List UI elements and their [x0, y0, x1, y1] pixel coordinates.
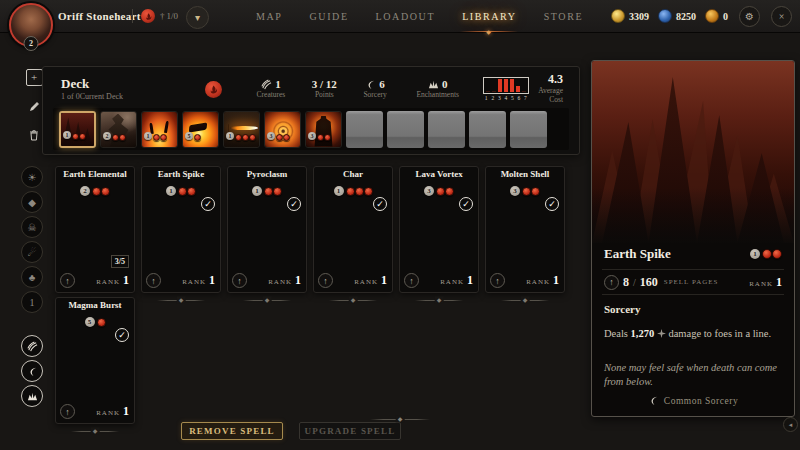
filter-blue-mana[interactable]: ◆: [21, 191, 43, 213]
amber-currency: 0: [705, 9, 728, 23]
up-arrow-icon: ↑: [65, 407, 70, 417]
detail-card-art: [592, 61, 794, 243]
nav-library[interactable]: LIBRARY: [462, 11, 517, 22]
claw-icon: [27, 341, 38, 352]
filter-enchantments[interactable]: [21, 385, 43, 407]
close-icon: ×: [779, 11, 785, 22]
up-arrow-icon: ↑: [237, 276, 242, 286]
currency-bar: 3309 8250 0 ⚙ ×: [611, 0, 792, 32]
deck-indicator: † 1/0: [160, 0, 178, 32]
card-ornament: [415, 296, 463, 304]
nav-loadout[interactable]: LOADOUT: [376, 11, 436, 22]
upgrade-spell-button[interactable]: UPGRADE SPELL: [299, 422, 401, 440]
power-toughness-badge: 3/5: [111, 255, 129, 268]
close-button[interactable]: ×: [771, 6, 792, 27]
chevron-left-icon: ◂: [789, 421, 793, 429]
in-deck-check-icon: ✓: [459, 197, 473, 211]
collapse-panel-button[interactable]: ◂: [783, 417, 798, 432]
card-magma-burst[interactable]: Magma Burst 5 ✓ ↑ RANK1: [55, 297, 135, 424]
up-arrow-icon: ↑: [151, 276, 156, 286]
rank-up-button[interactable]: ↑: [404, 273, 419, 288]
filter-red-mana[interactable]: ☄: [21, 241, 43, 263]
delete-deck-button[interactable]: [27, 127, 42, 142]
deck-title: Deck: [61, 77, 205, 91]
deck-slot-magma-burst[interactable]: 5: [182, 111, 219, 148]
red-cost-pip-icon: [762, 249, 772, 259]
edit-deck-button[interactable]: [27, 99, 42, 114]
library-underline-ornament: [460, 28, 518, 36]
red-cost-pip-icon: [531, 187, 540, 196]
deck-panel: Deck 1 of 0Current Deck 1 Creatures 3 / …: [42, 66, 580, 155]
deck-slot-lava-vortex[interactable]: 3: [264, 111, 301, 148]
filter-black-mana[interactable]: ☠: [21, 216, 43, 238]
remove-spell-button[interactable]: REMOVE SPELL: [181, 422, 283, 440]
deck-slot-empty: [469, 111, 506, 148]
card-pyroclasm[interactable]: Pyroclasm 1 ✓ ↑ RANK1: [227, 166, 307, 293]
tree-icon: ♣: [29, 272, 36, 283]
card-molten-shell[interactable]: Molten Shell 3 ✓ ↑ RANK1: [485, 166, 565, 293]
red-cost-pip-icon: [178, 187, 187, 196]
sun-icon: ☀: [28, 172, 37, 183]
red-cost-pip-icon: [112, 134, 119, 141]
up-arrow-icon: ↑: [609, 277, 614, 287]
card-ornament: [329, 296, 377, 304]
rank-up-button[interactable]: ↑: [318, 273, 333, 288]
rank-up-button[interactable]: ↑: [490, 273, 505, 288]
stat-points: 3 / 12 Points: [305, 78, 344, 99]
deck-slot-empty: [428, 111, 465, 148]
card-earth-spike[interactable]: Earth Spike 1 ✓ ↑ RANK1: [141, 166, 221, 293]
red-cost-pip-icon: [324, 134, 331, 141]
sapphire-currency: 8250: [658, 9, 696, 23]
stat-enchantments: 0 Enchantments: [406, 78, 468, 99]
dagger-icon: †: [160, 11, 165, 21]
deck-slot-strip: 1 2 1 5 1 3 3: [53, 108, 569, 150]
filter-colorless[interactable]: 1: [21, 291, 43, 313]
card-earth-elemental[interactable]: Earth Elemental 2 ✓ 3/5 ↑ RANK1: [55, 166, 135, 293]
sorcery-icon: [27, 366, 38, 377]
gold-currency: 3309: [611, 9, 649, 23]
spell-pages-total: 160: [640, 275, 658, 290]
red-cost-pip-icon: [249, 134, 256, 141]
red-cost-pip-icon: [101, 187, 110, 196]
cost-histogram: 12 34 56 7: [483, 77, 529, 102]
rank-up-button[interactable]: ↑: [146, 273, 161, 288]
deck-slot-pyroclasm[interactable]: 1: [141, 111, 178, 148]
spell-pages-label: SPELL PAGES: [664, 278, 719, 286]
nav-guide[interactable]: GUIDE: [309, 11, 348, 22]
card-lava-vortex[interactable]: Lava Vortex 3 ✓ ↑ RANK1: [399, 166, 479, 293]
red-cost-pip-icon: [97, 318, 106, 327]
rank-up-button[interactable]: ↑: [604, 275, 619, 290]
deck-slot-empty: [346, 111, 383, 148]
spell-pages-current: 8: [623, 275, 629, 290]
damage-spark-icon: [657, 329, 666, 338]
nav-map[interactable]: MAP: [256, 11, 282, 22]
detail-panel-ornament: [370, 415, 430, 423]
deck-slot-earth-elemental[interactable]: 2: [100, 111, 137, 148]
deck-slot-earth-spike[interactable]: 1: [59, 111, 96, 148]
rank-up-button[interactable]: ↑: [232, 273, 247, 288]
filter-sorcery[interactable]: [21, 360, 43, 382]
new-deck-button[interactable]: +: [26, 69, 43, 86]
nav-store[interactable]: STORE: [544, 11, 584, 22]
amber-coin-icon: [705, 9, 719, 23]
rank-up-button[interactable]: ↑: [60, 273, 75, 288]
settings-button[interactable]: ⚙: [739, 6, 760, 27]
deck-slot-char[interactable]: 1: [223, 111, 260, 148]
chevron-down-button[interactable]: ▾: [186, 6, 209, 29]
filter-white-mana[interactable]: ☀: [21, 166, 43, 188]
player-avatar[interactable]: 2: [9, 3, 53, 47]
filter-green-mana[interactable]: ♣: [21, 266, 43, 288]
library-screen: 2 Oriff Stoneheart † 1/0 ▾ MAP GUIDE LOA…: [0, 0, 800, 450]
up-arrow-icon: ↑: [495, 276, 500, 286]
rank-up-button[interactable]: ↑: [60, 404, 75, 419]
sapphire-coin-icon: [658, 9, 672, 23]
red-cost-pip-icon: [317, 134, 324, 141]
red-cost-pip-icon: [194, 134, 201, 141]
detail-rarity-footer: Common Sorcery: [592, 395, 794, 406]
up-arrow-icon: ↑: [409, 276, 414, 286]
card-char[interactable]: Char 1 ✓ ↑ RANK1: [313, 166, 393, 293]
player-name: Oriff Stoneheart: [58, 0, 141, 32]
up-arrow-icon: ↑: [65, 276, 70, 286]
deck-slot-molten-shell[interactable]: 3: [305, 111, 342, 148]
filter-creatures[interactable]: [21, 335, 43, 357]
